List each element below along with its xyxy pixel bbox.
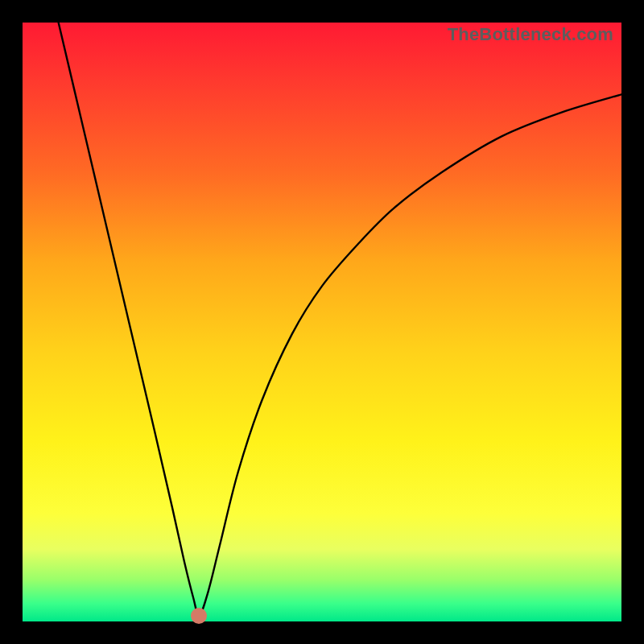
chart-frame: TheBottleneck.com [0, 0, 644, 644]
bottleneck-curve [59, 23, 621, 616]
curve-marker [191, 608, 207, 624]
curve-layer [23, 23, 621, 621]
plot-area: TheBottleneck.com [23, 23, 621, 621]
